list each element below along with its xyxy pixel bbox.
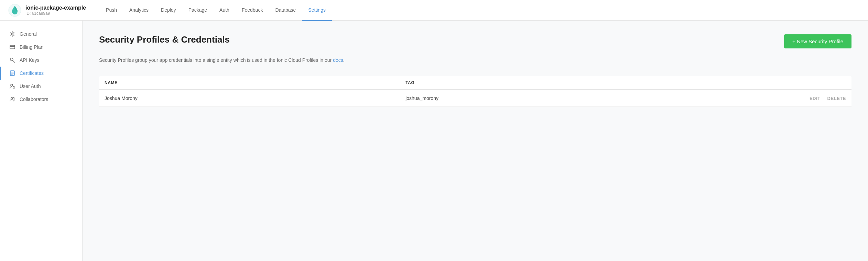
sidebar-item-certificates[interactable]: Certificates xyxy=(0,67,82,80)
badge-icon xyxy=(9,70,15,76)
page-description: Security Profiles group your app credent… xyxy=(99,57,851,64)
column-name: NAME xyxy=(99,76,400,90)
page-layout: General Billing Plan API Keys xyxy=(0,21,868,261)
svg-point-11 xyxy=(11,98,13,99)
sidebar-item-userauth[interactable]: User Auth xyxy=(0,80,82,93)
collaborators-icon xyxy=(9,96,15,102)
sidebar-label-userauth: User Auth xyxy=(20,83,41,89)
tab-auth[interactable]: Auth xyxy=(213,0,236,21)
top-header: ionic-package-example ID: 61ca89a9 Push … xyxy=(0,0,868,21)
sidebar-item-general[interactable]: General xyxy=(0,27,82,41)
app-identity: ionic-package-example ID: 61ca89a9 xyxy=(8,4,86,17)
svg-rect-2 xyxy=(10,45,15,49)
main-content: Security Profiles & Credentials + New Se… xyxy=(83,21,868,261)
column-tag: TAG xyxy=(400,76,701,90)
description-text: Security Profiles group your app credent… xyxy=(99,57,333,63)
table-row-actions: EDIT DELETE xyxy=(706,96,846,101)
sidebar-label-collaborators: Collaborators xyxy=(20,97,48,102)
app-id: ID: 61ca89a9 xyxy=(25,11,86,16)
app-logo xyxy=(8,4,21,17)
key-icon xyxy=(9,57,15,63)
svg-point-12 xyxy=(13,98,14,99)
edit-button[interactable]: EDIT xyxy=(810,96,821,101)
table-row: Joshua Morony joshua_morony EDIT DELETE xyxy=(99,90,851,107)
tab-push[interactable]: Push xyxy=(100,0,123,21)
sidebar-label-apikeys: API Keys xyxy=(20,57,40,63)
tab-package[interactable]: Package xyxy=(182,0,213,21)
page-title: Security Profiles & Credentials xyxy=(99,34,230,45)
app-name: ionic-package-example xyxy=(25,5,86,11)
tab-deploy[interactable]: Deploy xyxy=(155,0,182,21)
sidebar: General Billing Plan API Keys xyxy=(0,21,83,261)
app-info: ionic-package-example ID: 61ca89a9 xyxy=(25,5,86,16)
tab-feedback[interactable]: Feedback xyxy=(236,0,269,21)
description-end: . xyxy=(343,57,345,63)
delete-button[interactable]: DELETE xyxy=(827,96,846,101)
tab-settings[interactable]: Settings xyxy=(302,0,332,21)
table-header: NAME TAG xyxy=(99,76,851,90)
svg-point-1 xyxy=(12,33,13,35)
docs-link[interactable]: docs xyxy=(333,57,343,63)
sidebar-label-general: General xyxy=(20,31,37,37)
card-icon xyxy=(9,44,15,50)
tab-database[interactable]: Database xyxy=(269,0,302,21)
sidebar-label-billing: Billing Plan xyxy=(20,44,43,50)
svg-point-9 xyxy=(11,84,13,86)
column-actions xyxy=(701,76,851,90)
sidebar-item-apikeys[interactable]: API Keys xyxy=(0,54,82,67)
credentials-table: NAME TAG Joshua Morony joshua_morony EDI… xyxy=(99,76,851,107)
main-nav: Push Analytics Deploy Package Auth Feedb… xyxy=(100,0,332,20)
profile-tag: joshua_morony xyxy=(400,90,701,107)
tab-analytics[interactable]: Analytics xyxy=(123,0,155,21)
svg-rect-10 xyxy=(13,87,15,88)
page-header: Security Profiles & Credentials + New Se… xyxy=(99,34,851,48)
svg-point-4 xyxy=(10,58,13,61)
sidebar-item-billing[interactable]: Billing Plan xyxy=(0,41,82,54)
user-lock-icon xyxy=(9,83,15,89)
sidebar-item-collaborators[interactable]: Collaborators xyxy=(0,93,82,106)
gear-icon xyxy=(9,31,15,37)
sidebar-label-certificates: Certificates xyxy=(20,70,44,76)
profile-name: Joshua Morony xyxy=(99,90,400,107)
new-security-profile-button[interactable]: + New Security Profile xyxy=(784,34,851,48)
